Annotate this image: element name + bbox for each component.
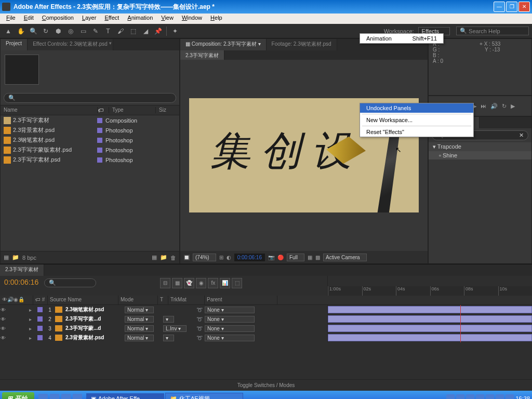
tray-icon[interactable] (496, 394, 504, 399)
col-name[interactable]: Name (1, 107, 97, 113)
menu-window[interactable]: Window (178, 14, 206, 24)
layer-label[interactable] (37, 316, 43, 322)
blend-mode-dropdown[interactable]: Normal ▾ (125, 325, 154, 332)
col-trkmat[interactable]: TrkMat (168, 296, 205, 304)
tab-menu-icon[interactable]: ▾ (109, 41, 112, 46)
resolution-dropdown[interactable]: Full (287, 254, 304, 261)
clone-tool[interactable]: ⬚ (128, 26, 138, 36)
text-tool[interactable]: T (103, 26, 113, 36)
menu-composition[interactable]: Composition (38, 14, 78, 24)
timeline-layer[interactable]: 👁 ▸ 1 2.3钢笔素材.psd Normal ▾ ➰ None ▾ (0, 305, 532, 314)
new-comp-icon[interactable]: ▦ (152, 254, 157, 261)
maximize-button[interactable]: ❐ (506, 2, 517, 12)
parent-dropdown[interactable]: None ▾ (205, 307, 255, 313)
tray-icon[interactable] (466, 394, 474, 399)
visibility-toggle[interactable]: 👁 (0, 307, 6, 313)
label-swatch[interactable] (97, 118, 102, 123)
effect-controls-tab[interactable]: Effect Controls: 2.3钢笔素材.psd▾ (28, 39, 113, 50)
snapshot-icon[interactable]: 📷 (268, 255, 274, 260)
magnify-icon[interactable]: 🔲 (183, 255, 190, 260)
playhead[interactable] (460, 324, 461, 333)
visibility-toggle[interactable]: 👁 (0, 335, 6, 341)
tl-btn-fx[interactable]: fx (208, 278, 218, 288)
menu-help[interactable]: Help (206, 14, 227, 24)
search-help-input[interactable]: 🔍 Search Help (456, 26, 529, 35)
toggle-switches-button[interactable]: Toggle Switches / Modes (237, 382, 295, 388)
workspace-item-animation[interactable]: Animation Shift+F11 (360, 34, 443, 43)
effect-shine[interactable]: ▫ Shine (429, 151, 531, 159)
menu-file[interactable]: File (2, 14, 20, 24)
expand-icon[interactable]: ▸ (29, 326, 35, 331)
brush-tool[interactable]: 🖌 (115, 26, 126, 36)
project-search[interactable]: 🔍 (4, 93, 176, 103)
pen-tool[interactable]: ✎ (90, 26, 101, 36)
mask-icon[interactable]: ◐ (227, 255, 231, 260)
parent-dropdown[interactable]: None ▾ (205, 316, 255, 323)
effects-group-trapcode[interactable]: ▾ Trapcode (429, 142, 531, 151)
playhead[interactable] (460, 333, 461, 342)
visibility-toggle[interactable]: 👁 (0, 316, 6, 322)
timeline-tab[interactable]: 2.3手写字素材 (0, 264, 44, 276)
tl-btn-shy[interactable]: 👻 (184, 278, 194, 288)
layer-label[interactable] (37, 326, 43, 331)
layer-label[interactable] (37, 307, 43, 312)
tl-btn-1[interactable]: ⊟ (160, 278, 170, 288)
bpc-button[interactable]: 8 bpc (22, 255, 36, 261)
project-tab[interactable]: Project (1, 39, 28, 50)
workspace-item-new[interactable]: New Workspace... (360, 115, 473, 125)
menu-layer[interactable]: Layer (78, 14, 101, 24)
roi-icon[interactable]: ▦ (308, 255, 312, 260)
taskbar-task-folder[interactable]: 📁化工AE视频 (165, 393, 243, 400)
camera-tool[interactable]: ⬢ (53, 26, 63, 36)
visibility-toggle[interactable]: 👁 (0, 326, 6, 331)
hand-tool[interactable]: ✋ (16, 26, 26, 36)
parent-dropdown[interactable]: None ▾ (205, 335, 255, 341)
tool-option[interactable]: ✦ (170, 26, 180, 36)
pickwhip-icon[interactable]: ➰ (196, 307, 205, 313)
expand-icon[interactable]: ▸ (29, 335, 35, 341)
tray-icon[interactable] (456, 394, 464, 399)
workspace-item-undocked[interactable]: Undocked Panels (360, 103, 473, 113)
taskbar-task-ae[interactable]: ▣Adobe After Effe... (86, 393, 164, 400)
timeline-layer[interactable]: 👁 ▸ 4 2.3背景素材.psd Normal ▾ ▾ ➰ None ▾ (0, 333, 532, 342)
trkmat-dropdown[interactable]: ▾ (163, 316, 174, 323)
layer-bar[interactable] (328, 334, 532, 341)
col-type[interactable]: Type (109, 107, 155, 113)
tray-icon[interactable] (486, 394, 494, 399)
comp-subtab[interactable]: 2.3手写字素材 (180, 50, 224, 60)
playhead[interactable] (460, 305, 461, 314)
parent-dropdown[interactable]: None ▾ (205, 325, 255, 332)
menu-animation[interactable]: Animation (123, 14, 157, 24)
col-mode[interactable]: Mode (118, 296, 158, 304)
tl-btn-blur[interactable]: ◉ (196, 278, 206, 288)
col-t[interactable]: T (158, 296, 168, 304)
project-item[interactable]: 2.3钢笔素材.psdPhotoshop (1, 135, 179, 145)
transparency-icon[interactable]: ▩ (315, 255, 320, 260)
project-item[interactable]: 2.3背景素材.psdPhotoshop (1, 125, 179, 135)
selection-tool[interactable]: ▲ (3, 26, 14, 36)
channel-icon[interactable]: 🔴 (277, 255, 284, 260)
project-item[interactable]: 2.3手写字素材.psdPhotoshop (1, 155, 179, 165)
clear-search-icon[interactable]: ✕ (519, 132, 524, 139)
trash-icon[interactable]: 🗑 (170, 255, 176, 261)
pickwhip-icon[interactable]: ➰ (196, 326, 205, 331)
start-button[interactable]: ⊞ 开始 (2, 392, 34, 400)
menu-edit[interactable]: Edit (20, 14, 38, 24)
ql-icon[interactable] (38, 394, 48, 399)
layer-bar[interactable] (328, 325, 532, 332)
eraser-tool[interactable]: ◢ (140, 26, 151, 36)
clock[interactable]: 16:38 (515, 395, 530, 399)
time-ruler[interactable]: 1:00s 02s 04s 06s 08s 10s (328, 286, 532, 296)
tray-icon[interactable] (506, 394, 514, 399)
blend-mode-dropdown[interactable]: Normal ▾ (125, 316, 154, 323)
tray-icon[interactable] (476, 394, 484, 399)
layer-label[interactable] (37, 335, 43, 340)
expand-icon[interactable]: ▸ (29, 316, 35, 322)
blend-mode-dropdown[interactable]: Normal ▾ (125, 307, 154, 313)
ql-icon[interactable] (61, 394, 71, 399)
pickwhip-icon[interactable]: ➰ (196, 335, 205, 341)
zoom-dropdown[interactable]: (74%) (193, 254, 216, 261)
layer-bar[interactable] (328, 315, 532, 323)
audio-icon[interactable]: 🔊 (490, 103, 498, 110)
composition-tab[interactable]: ▦ Composition: 2.3手写字素材 ▾ (180, 39, 267, 50)
